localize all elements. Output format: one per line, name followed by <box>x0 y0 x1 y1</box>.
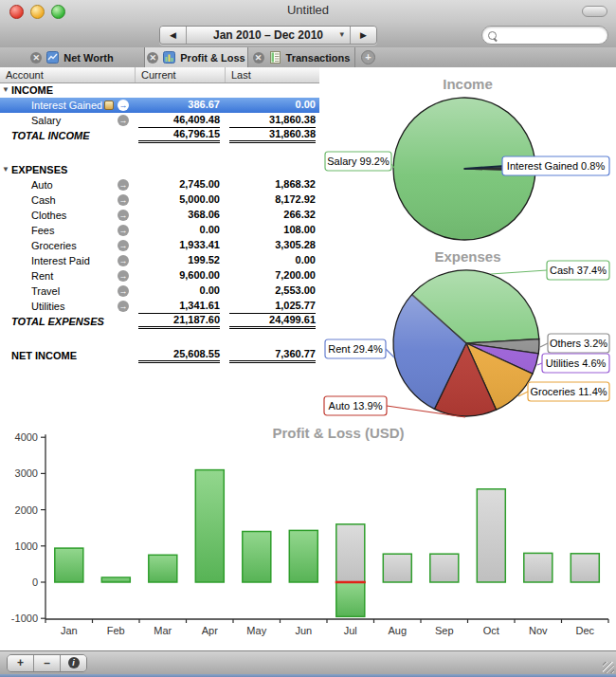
last-value: 1,868.32 <box>229 177 316 192</box>
add-tab-button[interactable]: + <box>361 50 375 64</box>
toolbar-toggle-pill-button[interactable] <box>582 6 607 17</box>
row-clothes[interactable]: Clothes→368.06266.32 <box>0 208 319 223</box>
previous-period-button[interactable]: ◀ <box>160 27 186 44</box>
x-tick-label: Jul <box>344 625 357 636</box>
row-utilities[interactable]: Utilities→1,341.611,025.77 <box>0 299 319 314</box>
profit-loss-bar-chart: -100001000200030004000JanFebMarAprMayJun… <box>0 422 616 650</box>
add-account-button[interactable]: + <box>8 655 34 671</box>
row-detail-arrow-button[interactable]: → <box>118 240 129 251</box>
tab-transactions[interactable]: ✕ Transactions <box>248 47 355 67</box>
row-income[interactable]: ▼INCOME <box>0 82 319 98</box>
zoom-window-button[interactable] <box>51 5 65 19</box>
account-label: Rent <box>31 268 53 284</box>
line-chart-icon <box>46 51 59 64</box>
status-bar-buttons: + – i <box>7 654 87 672</box>
current-value: 199.52 <box>138 253 220 268</box>
row-expenses[interactable]: ▼EXPENSES <box>0 162 319 177</box>
row-rent[interactable]: Rent→9,600.007,200.00 <box>0 268 319 284</box>
account-label: TOTAL INCOME <box>11 128 90 143</box>
tab-profit-and-loss[interactable]: ✕ Profit & Loss <box>145 47 248 67</box>
next-period-button[interactable]: ▶ <box>351 27 376 44</box>
pie-label-leader-line <box>540 343 548 347</box>
column-header-current[interactable]: Current <box>136 67 226 82</box>
close-tab-icon[interactable]: ✕ <box>147 52 158 64</box>
current-value: 46,409.48 <box>138 113 220 128</box>
x-tick-label: Jan <box>61 625 78 636</box>
current-value: 1,341.61 <box>138 299 220 314</box>
close-tab-icon[interactable]: ✕ <box>30 52 42 64</box>
column-header-account[interactable]: Account <box>0 67 136 82</box>
bar-apr <box>195 470 224 582</box>
row-cash[interactable]: Cash→5,000.008,172.92 <box>0 192 319 208</box>
status-bar: + – i <box>0 650 616 675</box>
pie-label: Utilities 4.6% <box>546 357 607 369</box>
close-window-button[interactable] <box>9 5 24 19</box>
row-detail-arrow-button[interactable]: → <box>118 179 129 191</box>
tab-label: Net Worth <box>63 52 113 64</box>
account-label: INCOME <box>11 82 53 98</box>
account-label: NET INCOME <box>11 348 77 363</box>
expenses-pie-chart: Cash 37.4%Others 3.2%Utilities 4.6%Groce… <box>319 247 616 422</box>
row-interest-paid[interactable]: Interest Paid→199.520.00 <box>0 253 319 268</box>
x-tick-label: Sep <box>435 625 454 636</box>
account-label: Clothes <box>31 208 66 223</box>
bar-nov <box>524 553 553 582</box>
last-value: 2,553.00 <box>229 284 316 299</box>
y-tick-label: 2000 <box>15 504 38 516</box>
row-salary[interactable]: Salary→46,409.4831,860.38 <box>0 113 319 128</box>
last-value: 0.00 <box>229 98 316 113</box>
minimize-window-button[interactable] <box>30 5 45 19</box>
last-value: 7,360.77 <box>229 348 316 363</box>
search-field[interactable] <box>481 26 608 45</box>
row-interest-gained[interactable]: Interest Gained→386.670.00 <box>0 98 319 113</box>
current-value: 0.00 <box>138 284 220 299</box>
pie-label: Salary 99.2% <box>327 156 390 167</box>
chevron-down-icon: ▾ <box>339 29 344 39</box>
tab-label: Transactions <box>286 52 351 64</box>
account-label: Fees <box>31 223 54 238</box>
bar-jan <box>55 548 83 582</box>
tab-net-worth[interactable]: ✕ Net Worth <box>0 47 145 67</box>
row-detail-arrow-button[interactable]: → <box>118 194 129 206</box>
row-detail-arrow-button[interactable]: → <box>118 301 129 312</box>
tab-label: Profit & Loss <box>180 52 245 64</box>
y-tick-label: 0 <box>32 576 38 588</box>
search-input[interactable] <box>500 27 604 44</box>
row-detail-arrow-button[interactable]: → <box>118 270 129 282</box>
main-content: Account Current Last ▼INCOMEInterest Gai… <box>0 67 616 650</box>
row-groceries[interactable]: Groceries→1,933.413,305.28 <box>0 238 319 253</box>
bar-jul <box>336 582 365 616</box>
column-header-last[interactable]: Last <box>226 67 319 82</box>
pie-label-leader-line <box>386 349 394 357</box>
row-total-expenses: TOTAL EXPENSES21,187.6024,499.61 <box>0 314 319 329</box>
row-detail-arrow-button[interactable]: → <box>118 255 129 266</box>
current-value: 9,600.00 <box>138 268 220 284</box>
info-button[interactable]: i <box>61 655 86 671</box>
resize-grip[interactable] <box>603 662 614 673</box>
date-range-menu[interactable]: Jan 2010 – Dec 2010 ▾ <box>186 27 351 44</box>
x-tick-label: Feb <box>107 625 125 636</box>
pie-label: Cash 37.4% <box>550 265 607 276</box>
row-total-income: TOTAL INCOME46,796.1531,860.38 <box>0 128 319 143</box>
date-range-label: Jan 2010 – Dec 2010 <box>213 28 323 42</box>
account-label: Utilities <box>31 299 64 314</box>
last-value: 31,860.38 <box>229 128 316 143</box>
row-detail-arrow-button[interactable]: → <box>118 210 129 221</box>
last-value: 1,025.77 <box>229 299 316 314</box>
row-travel[interactable]: Travel→0.002,553.00 <box>0 284 319 299</box>
note-badge-icon <box>104 101 114 110</box>
remove-account-button[interactable]: – <box>34 655 61 671</box>
close-tab-icon[interactable]: ✕ <box>253 52 264 64</box>
row-fees[interactable]: Fees→0.00108.00 <box>0 223 319 238</box>
disclosure-triangle-icon[interactable]: ▼ <box>2 82 9 98</box>
current-value: 368.06 <box>138 208 220 223</box>
bar-dec <box>571 554 599 582</box>
row-detail-arrow-button[interactable]: → <box>118 225 129 236</box>
row-detail-arrow-button[interactable]: → <box>118 115 129 126</box>
y-tick-label: 1000 <box>15 540 38 552</box>
row-detail-arrow-button[interactable]: → <box>118 100 129 111</box>
date-range-control: ◀ Jan 2010 – Dec 2010 ▾ ▶ <box>159 26 377 45</box>
disclosure-triangle-icon[interactable]: ▼ <box>2 162 9 177</box>
row-auto[interactable]: Auto→2,745.001,868.32 <box>0 177 319 192</box>
row-detail-arrow-button[interactable]: → <box>118 285 129 297</box>
